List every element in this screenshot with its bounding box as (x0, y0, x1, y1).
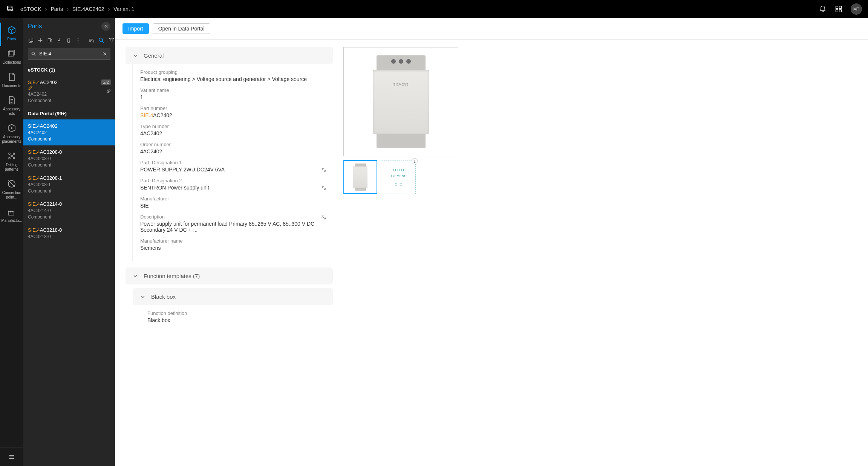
field-value: 4AC2402 (140, 130, 326, 136)
parts-panel: Parts eSTOCK (1) (23, 18, 115, 466)
rail-item-accessory-placements[interactable]: Accessory placements (0, 121, 23, 148)
rail-item-manufacturers[interactable]: Manufactu... (0, 204, 23, 228)
field-value: Power supply unit for permanent load Pri… (140, 221, 326, 233)
svg-rect-3 (839, 6, 842, 9)
field-value: POWER SUPPLY 2WU DC24V 6VA (140, 167, 326, 173)
bell-icon[interactable] (819, 5, 827, 13)
svg-rect-2 (836, 6, 838, 9)
general-card-header[interactable]: General (126, 47, 333, 64)
panel-title: Parts (28, 23, 42, 30)
field-value: Siemens (140, 245, 326, 251)
svg-point-19 (78, 40, 78, 41)
svg-point-11 (9, 157, 10, 159)
thumbnail-1[interactable] (343, 160, 377, 194)
breadcrumb-sep: › (67, 6, 69, 12)
breadcrumb: eSTOCK › Parts › SIE.4AC2402 › Variant 1 (20, 6, 134, 12)
rail-item-parts[interactable]: Parts (0, 23, 23, 46)
svg-rect-16 (30, 38, 33, 41)
search-icon (31, 51, 36, 57)
menu-icon[interactable] (0, 448, 23, 466)
field-label: Function definition (147, 310, 326, 316)
list-item[interactable]: SIE.4AC2402 4AC2402 Component (23, 119, 115, 145)
field-label: Description (140, 214, 326, 220)
collapse-panel-icon[interactable] (101, 22, 110, 31)
portal-list: SIE.4AC2402 4AC2402 Component SIE.4AC320… (23, 119, 115, 466)
function-templates-header[interactable]: Function templates (7) (126, 267, 333, 284)
filter-icon[interactable] (108, 37, 115, 44)
duplicate-icon[interactable] (47, 37, 53, 43)
list-item[interactable]: SIE.4AC2402 4AC2402 Component 2/2 (23, 76, 115, 107)
general-card: General Product grouping Electrical engi… (126, 47, 333, 261)
crumb-2[interactable]: SIE.4AC2402 (72, 6, 104, 12)
apps-icon[interactable] (835, 5, 842, 13)
sort-icon[interactable] (88, 37, 95, 44)
delete-icon[interactable] (66, 37, 72, 43)
field-label: Product grouping (140, 69, 326, 75)
svg-point-0 (8, 6, 12, 8)
blackbox-header[interactable]: Black box (133, 288, 333, 305)
copy-icon[interactable] (28, 37, 34, 43)
search-input-container (28, 48, 110, 60)
more-icon[interactable] (75, 37, 81, 43)
svg-rect-15 (29, 39, 32, 43)
chevron-right-icon[interactable] (105, 89, 111, 95)
rail-item-collections[interactable]: Collections (0, 46, 23, 69)
search-input[interactable] (28, 48, 110, 60)
list-item[interactable]: SIE.4AC3214-0 4AC3214-0 Component (23, 197, 115, 223)
field-label: Manufacturer (140, 196, 326, 202)
avatar[interactable]: MT (851, 3, 862, 15)
list-item[interactable]: SIE.4AC3218-0 4AC3218-0 (23, 223, 115, 243)
field-value: Black box (147, 317, 326, 323)
field-label: Part number (140, 105, 326, 111)
function-templates-card: Function templates (7) Black box Functio… (126, 267, 333, 330)
crumb-1[interactable]: Parts (51, 6, 63, 12)
translate-icon[interactable] (321, 215, 327, 220)
svg-rect-7 (10, 50, 15, 55)
translate-icon[interactable] (321, 185, 327, 191)
breadcrumb-sep: › (45, 6, 47, 12)
chevron-down-icon (132, 53, 138, 59)
field-value: SIE.4AC2402 (140, 112, 326, 118)
download-icon[interactable] (56, 37, 62, 43)
thumbnail-2[interactable]: ⊡ ⊡ ⊡ SIEMENS ⊡ ⊡ 1 (382, 160, 416, 194)
chevron-down-icon (140, 294, 146, 300)
rail-item-drilling-patterns[interactable]: Drilling patterns (0, 148, 23, 176)
app-logo[interactable] (6, 5, 15, 14)
svg-point-18 (78, 38, 78, 39)
svg-rect-5 (839, 10, 842, 12)
svg-rect-4 (836, 10, 838, 12)
field-label: Type number (140, 124, 326, 129)
field-label: Part: Designation 1 (140, 160, 326, 165)
add-icon[interactable] (37, 37, 43, 43)
image-column: SIEMENS ⊡ ⊡ ⊡ SIEMENS (343, 47, 460, 330)
open-portal-button[interactable]: Open in Data Portal (153, 23, 210, 34)
svg-point-8 (11, 128, 12, 129)
field-value: SENTRON Power supply unit (140, 185, 326, 191)
translate-icon[interactable] (321, 167, 327, 173)
thumb-badge: 1 (412, 158, 418, 164)
svg-point-10 (13, 153, 15, 154)
group-local-header: eSTOCK (1) (23, 63, 115, 76)
content-toolbar: Import Open in Data Portal (115, 18, 868, 40)
group-portal-header: Data Portal (99+) (23, 107, 115, 119)
breadcrumb-sep: › (108, 6, 110, 12)
edit-icon[interactable] (28, 85, 110, 90)
svg-point-22 (32, 52, 34, 55)
crumb-0[interactable]: eSTOCK (20, 6, 41, 12)
search-toggle-icon[interactable] (98, 37, 105, 44)
svg-point-20 (78, 42, 78, 43)
rail-item-connection-point[interactable]: Connection point... (0, 176, 23, 204)
list-item[interactable]: SIE.4AC3208-1 4AC3208-1 Component (23, 171, 115, 197)
field-value: 4AC2402 (140, 148, 326, 154)
svg-point-21 (99, 38, 103, 41)
svg-point-1 (12, 10, 13, 11)
crumb-3[interactable]: Variant 1 (113, 6, 134, 12)
list-item[interactable]: SIE.4AC3208-0 4AC3208-0 Component (23, 145, 115, 171)
rail-item-documents[interactable]: Documents (0, 69, 23, 93)
svg-point-13 (11, 155, 12, 157)
clear-search-icon[interactable] (102, 51, 107, 57)
field-label: Order number (140, 142, 326, 147)
rail-item-accessory-lists[interactable]: Accessory lists (0, 93, 23, 121)
import-button[interactable]: Import (122, 23, 149, 34)
field-label: Manufacturer name (140, 238, 326, 244)
